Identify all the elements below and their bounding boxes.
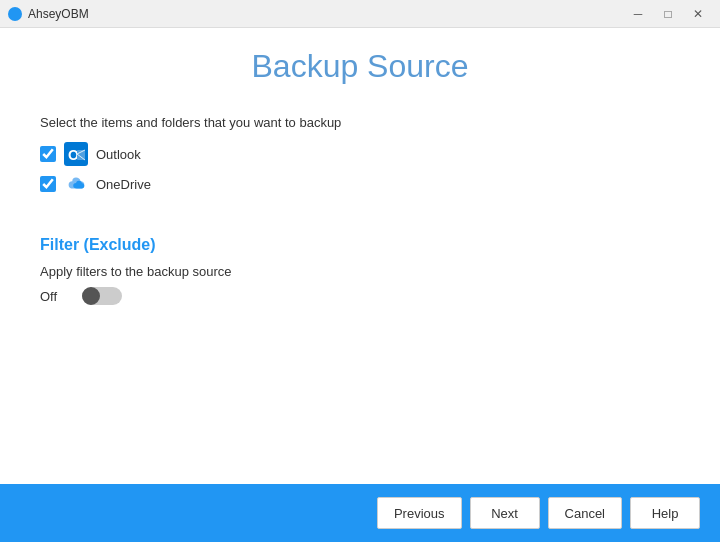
minimize-button[interactable]: ─ (624, 4, 652, 24)
outlook-checkbox[interactable] (40, 146, 56, 162)
app-icon (8, 7, 22, 21)
toggle-row: Off (40, 287, 680, 305)
next-button[interactable]: Next (470, 497, 540, 529)
toggle-label: Off (40, 289, 70, 304)
app-title: AhseyOBM (28, 7, 89, 21)
list-item: O Outlook (40, 142, 680, 166)
onedrive-label: OneDrive (96, 177, 151, 192)
page-title: Backup Source (40, 48, 680, 85)
filter-section: Filter (Exclude) Apply filters to the ba… (40, 236, 680, 305)
items-list: O Outlook OneDrive (40, 142, 680, 196)
maximize-button[interactable]: □ (654, 4, 682, 24)
onedrive-icon (64, 172, 88, 196)
help-button[interactable]: Help (630, 497, 700, 529)
title-bar: AhseyOBM ─ □ ✕ (0, 0, 720, 28)
filter-toggle[interactable] (82, 287, 122, 305)
cancel-button[interactable]: Cancel (548, 497, 622, 529)
outlook-icon: O (64, 142, 88, 166)
title-bar-left: AhseyOBM (8, 7, 89, 21)
close-button[interactable]: ✕ (684, 4, 712, 24)
title-bar-controls: ─ □ ✕ (624, 4, 712, 24)
previous-button[interactable]: Previous (377, 497, 462, 529)
toggle-knob (82, 287, 100, 305)
list-item: OneDrive (40, 172, 680, 196)
filter-title: Filter (Exclude) (40, 236, 680, 254)
main-content: Backup Source Select the items and folde… (0, 28, 720, 484)
bottom-bar: Previous Next Cancel Help (0, 484, 720, 542)
section-description: Select the items and folders that you wa… (40, 115, 680, 130)
filter-description: Apply filters to the backup source (40, 264, 680, 279)
outlook-label: Outlook (96, 147, 141, 162)
onedrive-checkbox[interactable] (40, 176, 56, 192)
